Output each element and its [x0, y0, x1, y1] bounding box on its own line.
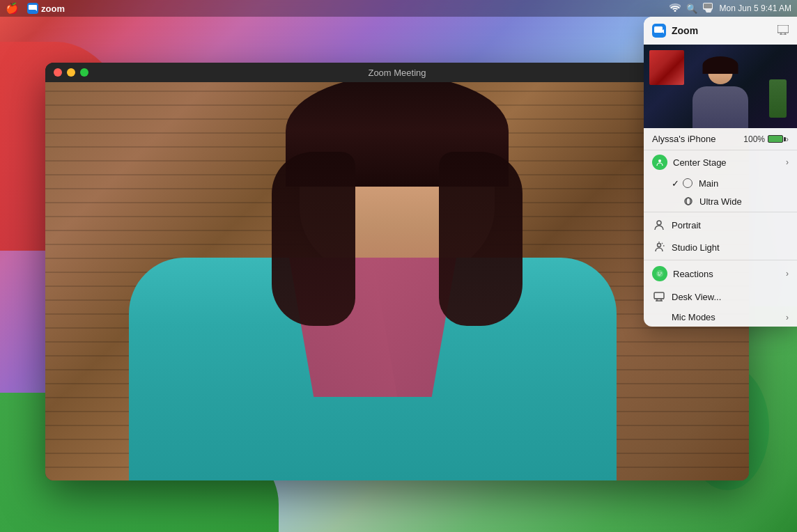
portrait-label: Portrait	[672, 220, 789, 230]
reactions-menu-item[interactable]: Reactions ›	[644, 262, 797, 285]
thumb-head	[709, 62, 733, 84]
reactions-icon	[652, 266, 667, 281]
device-name: Alyssa's iPhone	[652, 134, 743, 144]
window-controls[interactable]	[54, 68, 88, 77]
window-maximize-button[interactable]	[80, 68, 88, 77]
window-title: Zoom Meeting	[368, 68, 426, 78]
apple-menu[interactable]: 🍎	[6, 2, 19, 15]
thumb-body	[692, 86, 748, 128]
menubar: 🍎 zoom 🔍	[0, 0, 797, 17]
notif-app-title: Zoom	[672, 25, 777, 36]
user-notification-icon[interactable]	[703, 3, 714, 14]
svg-point-14	[657, 221, 661, 225]
zoom-menubar-label[interactable]: zoom	[41, 3, 65, 14]
portrait-icon	[652, 218, 666, 232]
main-camera-option[interactable]: ✓ Main	[644, 174, 797, 192]
battery-tip	[784, 137, 786, 141]
desk-view-icon	[652, 290, 666, 304]
center-stage-chevron: ›	[786, 157, 789, 167]
datetime-display: Mon Jun 5 9:41 AM	[720, 3, 791, 13]
center-stage-menu-item[interactable]: Center Stage ›	[644, 150, 797, 174]
zoom-app-icon	[652, 24, 666, 38]
studio-light-label: Studio Light	[672, 242, 789, 253]
desk-view-menu-item[interactable]: Desk View...	[644, 285, 797, 308]
thumb-person-container	[692, 58, 748, 128]
thumb-plant	[769, 79, 787, 118]
window-minimize-button[interactable]	[67, 68, 75, 77]
svg-point-21	[660, 272, 662, 274]
mic-modes-chevron: ›	[786, 313, 789, 322]
svg-point-15	[658, 244, 661, 247]
svg-line-17	[662, 243, 663, 244]
ultra-wide-camera-label: Ultra Wide	[699, 196, 742, 207]
zoom-notification-panel: Zoom Alyssa's iPhone	[644, 17, 797, 327]
main-camera-label: Main	[699, 178, 718, 189]
reactions-chevron: ›	[786, 269, 789, 279]
mic-modes-label: Mic Modes	[672, 312, 786, 322]
device-chevron-icon: ›	[786, 134, 789, 144]
search-icon[interactable]: 🔍	[686, 3, 697, 14]
svg-rect-5	[654, 26, 663, 33]
notif-header: Zoom	[644, 17, 797, 45]
zoom-menubar-icon	[27, 3, 38, 14]
studio-light-icon	[652, 240, 666, 254]
monitor-icon	[777, 25, 789, 37]
battery-icon	[768, 135, 783, 143]
person-jacket	[129, 258, 617, 480]
battery-info: 100%	[743, 134, 783, 144]
menubar-right: 🔍 Mon Jun 5 9:41 AM	[670, 3, 791, 14]
svg-point-13	[686, 198, 690, 205]
mic-modes-menu-item[interactable]: Mic Modes ›	[644, 308, 797, 327]
svg-rect-22	[654, 292, 664, 299]
zoom-menu-entry[interactable]: zoom	[27, 3, 65, 14]
window-close-button[interactable]	[54, 68, 62, 77]
studio-light-menu-item[interactable]: Studio Light	[644, 236, 797, 258]
svg-marker-4	[705, 10, 712, 13]
svg-point-20	[658, 272, 659, 274]
menubar-left: 🍎 zoom	[6, 2, 65, 15]
reactions-label: Reactions	[673, 269, 786, 279]
ultra-wide-camera-option[interactable]: Ultra Wide	[644, 192, 797, 210]
center-stage-icon	[652, 155, 667, 170]
main-camera-icon	[682, 178, 693, 189]
battery-percent-text: 100%	[743, 134, 765, 144]
main-camera-checkmark: ✓	[672, 178, 679, 189]
video-thumbnail	[644, 45, 797, 128]
svg-point-11	[658, 159, 661, 162]
center-stage-label: Center Stage	[673, 157, 786, 168]
device-info-row[interactable]: Alyssa's iPhone 100% ›	[644, 128, 797, 150]
svg-rect-3	[704, 3, 712, 8]
menu-divider-1	[644, 212, 797, 212]
wifi-icon	[670, 3, 681, 14]
svg-rect-7	[777, 25, 789, 33]
hair-left	[272, 152, 355, 326]
menu-divider-2	[644, 260, 797, 260]
thumb-hair	[703, 56, 738, 74]
ultra-wide-camera-icon	[683, 196, 694, 207]
desk-view-label: Desk View...	[672, 292, 789, 302]
hair-right	[439, 152, 523, 326]
battery-body	[768, 135, 783, 143]
thumb-artwork	[649, 50, 684, 85]
svg-point-19	[656, 270, 663, 277]
portrait-menu-item[interactable]: Portrait	[644, 214, 797, 236]
